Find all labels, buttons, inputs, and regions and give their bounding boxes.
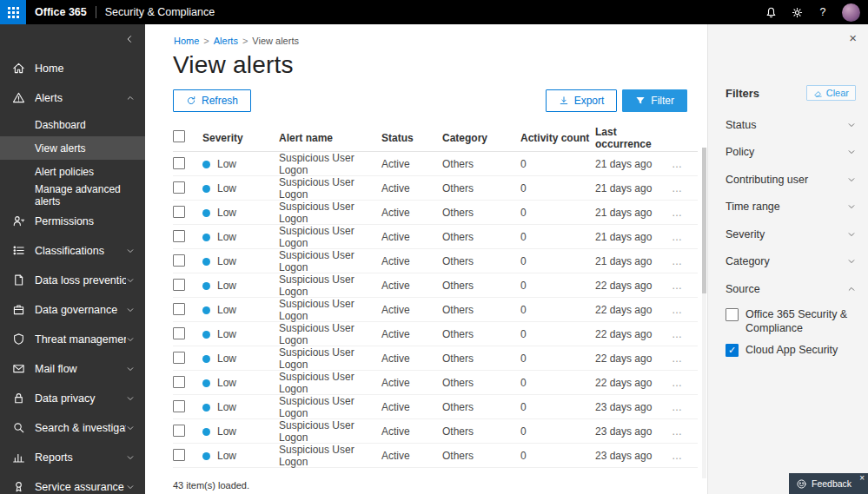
sidebar-item-mail-flow[interactable]: Mail flow bbox=[0, 354, 145, 384]
filter-section-time-range[interactable]: Time range bbox=[726, 194, 856, 221]
row-more-button[interactable]: … bbox=[672, 182, 696, 194]
column-header-activity-count[interactable]: Activity count bbox=[520, 132, 595, 144]
row-checkbox[interactable] bbox=[173, 279, 185, 291]
row-checkbox[interactable] bbox=[173, 400, 185, 412]
row-more-button[interactable]: … bbox=[672, 231, 696, 243]
row-more-button[interactable]: … bbox=[672, 255, 696, 267]
sidebar-item-reports[interactable]: Reports bbox=[0, 443, 145, 472]
sidebar-item-alerts[interactable]: Alerts bbox=[0, 83, 145, 113]
notifications-bell-icon[interactable] bbox=[764, 5, 778, 19]
filter-section-contributing-user[interactable]: Contributing user bbox=[726, 166, 856, 194]
filter-option-office-365-security-compliance[interactable]: Office 365 Security & Compliance bbox=[726, 307, 861, 337]
gear-icon[interactable] bbox=[790, 5, 804, 19]
close-icon[interactable]: × bbox=[849, 31, 857, 44]
sidebar-item-classifications[interactable]: Classifications bbox=[0, 236, 145, 266]
activity-count: 0 bbox=[520, 352, 595, 365]
refresh-button[interactable]: Refresh bbox=[173, 89, 251, 112]
select-all-checkbox[interactable] bbox=[173, 130, 185, 142]
export-button[interactable]: Export bbox=[546, 89, 618, 112]
row-more-button[interactable]: … bbox=[672, 280, 696, 292]
sidebar-item-view-alerts[interactable]: View alerts bbox=[0, 136, 145, 160]
clear-filters-button[interactable]: Clear bbox=[806, 85, 856, 101]
table-row[interactable]: LowSuspicious User LogonActiveOthers023 … bbox=[173, 395, 698, 419]
scrollbar-thumb[interactable] bbox=[702, 148, 706, 293]
filter-section-source[interactable]: Source bbox=[726, 275, 856, 303]
row-more-button[interactable]: … bbox=[672, 158, 696, 170]
table-row[interactable]: LowSuspicious User LogonActiveOthers023 … bbox=[173, 444, 698, 468]
row-checkbox[interactable] bbox=[173, 449, 185, 461]
table-row[interactable]: LowSuspicious User LogonActiveOthers021 … bbox=[173, 201, 698, 225]
row-checkbox[interactable] bbox=[173, 181, 185, 194]
help-button[interactable]: ? bbox=[816, 5, 830, 19]
last-occurrence: 22 days ago bbox=[595, 352, 672, 365]
row-checkbox[interactable] bbox=[173, 327, 185, 339]
vertical-scrollbar[interactable] bbox=[702, 148, 706, 478]
table-row[interactable]: LowSuspicious User LogonActiveOthers022 … bbox=[173, 273, 698, 298]
row-more-button[interactable]: … bbox=[672, 377, 696, 389]
sidebar-item-dashboard[interactable]: Dashboard bbox=[0, 113, 145, 136]
row-checkbox[interactable] bbox=[173, 376, 185, 388]
feedback-label: Feedback bbox=[812, 478, 851, 489]
sidebar-item-permissions[interactable]: Permissions bbox=[0, 207, 145, 236]
row-checkbox[interactable] bbox=[173, 303, 185, 315]
row-more-button[interactable]: … bbox=[672, 450, 696, 462]
row-more-button[interactable]: … bbox=[672, 207, 696, 219]
sidebar-item-service-assurance[interactable]: Service assurance bbox=[0, 472, 145, 494]
table-row[interactable]: LowSuspicious User LogonActiveOthers021 … bbox=[173, 152, 698, 176]
breadcrumb-alerts[interactable]: Alerts bbox=[214, 36, 238, 46]
sidebar-item-alert-policies[interactable]: Alert policies bbox=[0, 160, 145, 183]
filter-option-cloud-app-security[interactable]: ✓Cloud App Security bbox=[726, 343, 861, 358]
row-checkbox[interactable] bbox=[173, 206, 185, 218]
filter-section-severity[interactable]: Severity bbox=[726, 221, 856, 248]
row-more-button[interactable]: … bbox=[672, 328, 696, 340]
filter-section-category[interactable]: Category bbox=[726, 248, 856, 276]
threat-icon bbox=[12, 333, 26, 346]
last-occurrence: 21 days ago bbox=[595, 255, 672, 267]
checked-checkbox[interactable]: ✓ bbox=[726, 344, 739, 357]
column-header-last-occurrence[interactable]: Last occurrence bbox=[595, 126, 672, 150]
filter-section-label: Source bbox=[726, 283, 760, 295]
filter-section-status[interactable]: Status bbox=[726, 111, 856, 139]
table-row[interactable]: LowSuspicious User LogonActiveOthers022 … bbox=[173, 371, 698, 395]
sidebar-collapse-button[interactable] bbox=[124, 34, 135, 44]
column-header-alert-name[interactable]: Alert name bbox=[279, 132, 381, 144]
filter-button[interactable]: Filter bbox=[622, 89, 687, 112]
column-header-status[interactable]: Status bbox=[381, 132, 442, 144]
row-more-button[interactable]: … bbox=[672, 304, 696, 316]
table-row[interactable]: LowSuspicious User LogonActiveOthers022 … bbox=[173, 346, 698, 371]
table-row[interactable]: LowSuspicious User LogonActiveOthers022 … bbox=[173, 298, 698, 322]
table-row[interactable]: LowSuspicious User LogonActiveOthers021 … bbox=[173, 225, 698, 249]
row-checkbox[interactable] bbox=[173, 230, 185, 242]
table-row[interactable]: LowSuspicious User LogonActiveOthers022 … bbox=[173, 322, 698, 346]
column-header-category[interactable]: Category bbox=[442, 132, 520, 144]
table-row[interactable]: LowSuspicious User LogonActiveOthers021 … bbox=[173, 249, 698, 273]
breadcrumb-view-alerts: View alerts bbox=[252, 36, 299, 46]
column-header-severity[interactable]: Severity bbox=[202, 132, 279, 144]
sidebar-item-search-investigation[interactable]: Search & investigation bbox=[0, 413, 145, 443]
row-more-button[interactable]: … bbox=[672, 401, 696, 413]
severity-low-dot bbox=[202, 282, 210, 290]
feedback-close-icon[interactable]: × bbox=[859, 473, 865, 483]
sidebar-item-data-privacy[interactable]: Data privacy bbox=[0, 384, 145, 413]
breadcrumb-home[interactable]: Home bbox=[174, 36, 199, 46]
table-row[interactable]: LowSuspicious User LogonActiveOthers023 … bbox=[173, 419, 698, 444]
row-more-button[interactable]: … bbox=[672, 425, 696, 438]
row-checkbox[interactable] bbox=[173, 157, 185, 169]
avatar[interactable] bbox=[842, 3, 860, 22]
severity-low-dot bbox=[202, 428, 210, 436]
unchecked-checkbox[interactable] bbox=[726, 308, 739, 321]
table-row[interactable]: LowSuspicious User LogonActiveOthers021 … bbox=[173, 176, 698, 201]
sidebar-item-home[interactable]: Home bbox=[0, 54, 145, 83]
feedback-widget[interactable]: Feedback × bbox=[789, 473, 868, 494]
row-checkbox[interactable] bbox=[173, 425, 185, 437]
filter-section-policy[interactable]: Policy bbox=[726, 139, 856, 167]
app-launcher-button[interactable] bbox=[0, 0, 26, 24]
row-checkbox[interactable] bbox=[173, 352, 185, 364]
sidebar-item-data-loss-prevention[interactable]: Data loss prevention bbox=[0, 266, 145, 295]
sidebar-item-manage-advanced-alerts[interactable]: Manage advanced alerts bbox=[0, 183, 145, 207]
brand-title[interactable]: Office 365 bbox=[35, 6, 87, 18]
sidebar-item-data-governance[interactable]: Data governance bbox=[0, 295, 145, 325]
sidebar-item-threat-management[interactable]: Threat management bbox=[0, 325, 145, 354]
row-checkbox[interactable] bbox=[173, 254, 185, 267]
row-more-button[interactable]: … bbox=[672, 352, 696, 365]
